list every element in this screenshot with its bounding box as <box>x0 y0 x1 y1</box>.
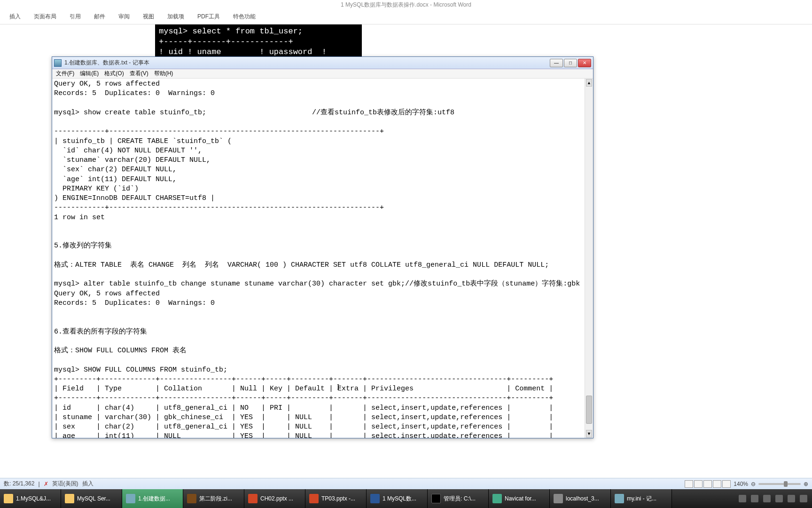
tray-icon[interactable] <box>739 495 746 502</box>
zoom-percent[interactable]: 140% <box>734 481 748 487</box>
taskbar-item-zip[interactable]: 第二阶段.zi... <box>183 489 244 508</box>
notepad-textarea[interactable]: Query OK, 5 rows affected Records: 5 Dup… <box>52 79 585 438</box>
notepad-icon <box>615 494 624 503</box>
taskbar-item-cmd[interactable]: 管理员: C:\... <box>428 489 489 508</box>
taskbar-label: 1.创建数据... <box>138 495 170 503</box>
word-title-text: 1 MySQL数据库与数据表操作.docx - Microsoft Word <box>341 1 471 8</box>
system-tray <box>739 495 812 502</box>
word-icon <box>370 494 380 503</box>
taskbar-label: localhost_3... <box>566 495 599 502</box>
notepad-title: 1.创建数据库、数据表.txt - 记事本 <box>64 59 149 67</box>
draft-icon[interactable] <box>722 480 731 488</box>
close-button[interactable]: ✕ <box>578 59 591 67</box>
language-divider: | <box>38 481 39 487</box>
ribbon-tab-references[interactable]: 引用 <box>70 13 81 21</box>
maximize-button[interactable]: □ <box>564 59 577 67</box>
taskbar-item-mysqlserver[interactable]: MySQL Ser... <box>61 489 122 508</box>
menu-view[interactable]: 查看(V) <box>130 70 148 78</box>
word-count-status[interactable]: 数: 25/1,362 <box>4 480 34 488</box>
notepad-window[interactable]: 1.创建数据库、数据表.txt - 记事本 — □ ✕ 文件(F) 编辑(E) … <box>52 56 593 438</box>
word-status-bar: 数: 25/1,362 | ✗ 英语(美国) 插入 140% ⊖ ⊕ <box>0 478 812 489</box>
taskbar-label: 第二阶段.zi... <box>199 495 232 503</box>
notepad-icon <box>54 59 62 67</box>
ribbon-tab-mailings[interactable]: 邮件 <box>94 13 105 21</box>
ribbon-tab-view[interactable]: 视图 <box>143 13 154 21</box>
folder-icon <box>65 494 74 503</box>
menu-help[interactable]: 帮助(H) <box>154 70 173 78</box>
taskbar-label: my.ini - 记... <box>627 495 656 503</box>
taskbar-item-navicat[interactable]: Navicat for... <box>489 489 550 508</box>
notepad-icon <box>126 494 135 503</box>
fullscreen-reading-icon[interactable] <box>694 480 703 488</box>
menu-format[interactable]: 格式(O) <box>104 70 124 78</box>
zip-icon <box>187 494 196 503</box>
zoom-minus-button[interactable]: ⊖ <box>751 481 756 487</box>
taskbar-item-ch02pptx[interactable]: CH02.pptx ... <box>244 489 305 508</box>
mysql-code-block: mysql> select * from tbl_user; +-----+--… <box>155 24 362 59</box>
powerpoint-icon <box>248 494 258 503</box>
tray-icon[interactable] <box>751 495 758 502</box>
minimize-button[interactable]: — <box>550 59 563 67</box>
word-title-bar: 1 MySQL数据库与数据表操作.docx - Microsoft Word <box>0 0 812 9</box>
zoom-plus-button[interactable]: ⊕ <box>804 481 808 487</box>
ribbon-tab-features[interactable]: 特色功能 <box>233 13 256 21</box>
tray-icon[interactable] <box>763 495 771 502</box>
notepad-menubar: 文件(F) 编辑(E) 格式(O) 查看(V) 帮助(H) <box>52 69 593 79</box>
ribbon-tab-insert[interactable]: 插入 <box>9 13 21 21</box>
language-status[interactable]: 英语(美国) <box>52 480 78 488</box>
taskbar-item-mysqldocx[interactable]: 1 MySQL数... <box>367 489 428 508</box>
outline-icon[interactable] <box>713 480 721 488</box>
word-ribbon: 插入 页面布局 引用 邮件 审阅 视图 加载项 PDF工具 特色功能 <box>0 9 812 24</box>
spellcheck-icon[interactable]: ✗ <box>44 481 48 487</box>
taskbar-label: 1 MySQL数... <box>383 495 416 503</box>
print-layout-icon[interactable] <box>685 480 693 488</box>
taskbar-item-mysqlj[interactable]: 1.MySQL&J... <box>0 489 61 508</box>
taskbar-label: MySQL Ser... <box>77 495 110 502</box>
insert-mode-status[interactable]: 插入 <box>82 480 94 488</box>
cmd-icon <box>431 494 441 503</box>
ribbon-tab-review[interactable]: 审阅 <box>118 13 130 21</box>
scroll-up-arrow[interactable]: ▲ <box>586 79 592 87</box>
web-layout-icon[interactable] <box>703 480 712 488</box>
taskbar-label: TP03.pptx -... <box>321 495 355 502</box>
menu-file[interactable]: 文件(F) <box>56 70 74 78</box>
tray-icon[interactable] <box>788 495 795 502</box>
taskbar-items: 1.MySQL&J... MySQL Ser... 1.创建数据... 第二阶段… <box>0 489 672 508</box>
folder-icon <box>4 494 13 503</box>
scroll-down-arrow[interactable]: ▼ <box>586 430 592 437</box>
text-cursor-icon: I <box>337 383 339 391</box>
taskbar-item-myini[interactable]: my.ini - 记... <box>611 489 672 508</box>
tray-icon[interactable] <box>800 495 807 502</box>
windows-taskbar: 1.MySQL&J... MySQL Ser... 1.创建数据... 第二阶段… <box>0 489 812 508</box>
ribbon-tab-pdftools[interactable]: PDF工具 <box>197 13 220 21</box>
view-mode-icons <box>685 480 731 488</box>
taskbar-label: Navicat for... <box>505 495 536 502</box>
taskbar-label: CH02.pptx ... <box>260 495 293 502</box>
scroll-thumb[interactable] <box>586 396 592 424</box>
taskbar-item-tp03pptx[interactable]: TP03.pptx -... <box>305 489 367 508</box>
taskbar-label: 管理员: C:\... <box>444 495 476 503</box>
navicat-icon <box>492 494 502 503</box>
powerpoint-icon <box>309 494 319 503</box>
ribbon-tab-pagelayout[interactable]: 页面布局 <box>34 13 56 21</box>
taskbar-label: 1.MySQL&J... <box>16 495 51 502</box>
ribbon-tab-addins[interactable]: 加载项 <box>167 13 184 21</box>
vertical-scrollbar[interactable]: ▲ ▼ <box>585 79 593 438</box>
menu-edit[interactable]: 编辑(E) <box>80 70 99 78</box>
taskbar-item-notepad[interactable]: 1.创建数据... <box>122 489 183 508</box>
taskbar-item-localhost[interactable]: localhost_3... <box>550 489 611 508</box>
window-controls: — □ ✕ <box>550 59 591 67</box>
tray-icon[interactable] <box>775 495 783 502</box>
database-icon <box>554 494 563 503</box>
notepad-titlebar[interactable]: 1.创建数据库、数据表.txt - 记事本 — □ ✕ <box>52 57 593 69</box>
zoom-slider[interactable] <box>758 483 801 485</box>
